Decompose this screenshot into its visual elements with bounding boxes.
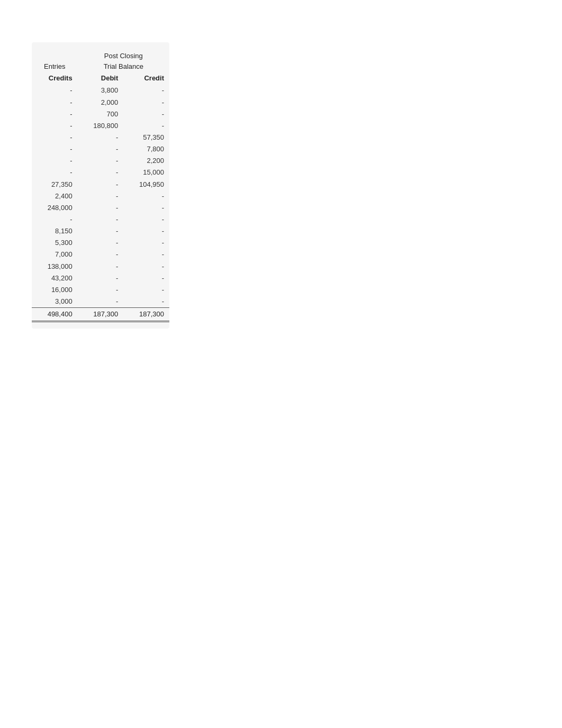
cell-credits: 27,350 — [32, 179, 78, 190]
cell-credits: 5,300 — [32, 237, 78, 249]
header-debit: Debit — [78, 72, 124, 85]
header-credits: Credits — [32, 72, 78, 85]
cell-credit: - — [123, 97, 169, 108]
cell-debit: - — [78, 143, 124, 155]
header-row-trial-balance: Entries Trial Balance — [32, 61, 169, 72]
cell-credit: 57,350 — [123, 132, 169, 143]
table-row: 43,200-- — [32, 272, 169, 284]
cell-credits: 248,000 — [32, 202, 78, 214]
table-row: 8,150-- — [32, 225, 169, 237]
cell-credit: - — [123, 108, 169, 120]
total-row: 498,400 187,300 187,300 — [32, 308, 169, 322]
cell-debit: - — [78, 167, 124, 178]
cell-credit: - — [123, 272, 169, 284]
cell-credit: - — [123, 190, 169, 202]
table-row: 2,400-- — [32, 190, 169, 202]
table-row: -700- — [32, 108, 169, 120]
cell-credits: - — [32, 108, 78, 120]
table-row: 7,000-- — [32, 249, 169, 260]
cell-debit: - — [78, 249, 124, 260]
cell-debit: 2,000 — [78, 97, 124, 108]
cell-credits: - — [32, 85, 78, 96]
cell-credit: - — [123, 85, 169, 96]
cell-credits: 7,000 — [32, 249, 78, 260]
header-row-columns: Credits Debit Credit — [32, 72, 169, 85]
table-row: -180,800- — [32, 120, 169, 132]
cell-debit: - — [78, 284, 124, 296]
cell-credits: 138,000 — [32, 261, 78, 272]
cell-credit: 7,800 — [123, 143, 169, 155]
header-credit: Credit — [123, 72, 169, 85]
cell-debit: 700 — [78, 108, 124, 120]
table-row: 248,000-- — [32, 202, 169, 214]
cell-credits: - — [32, 97, 78, 108]
cell-credits: - — [32, 120, 78, 132]
table-row: 5,300-- — [32, 237, 169, 249]
header-trial-balance: Trial Balance — [78, 61, 169, 72]
cell-credit: - — [123, 296, 169, 308]
cell-credit: - — [123, 237, 169, 249]
table-row: --2,200 — [32, 155, 169, 167]
trial-balance-table: Post Closing Entries Trial Balance Credi… — [32, 49, 169, 322]
cell-debit: - — [78, 272, 124, 284]
cell-credits: - — [32, 155, 78, 167]
cell-credits: 3,000 — [32, 296, 78, 308]
cell-debit: - — [78, 296, 124, 308]
table-row: -2,000- — [32, 97, 169, 108]
cell-credit: - — [123, 249, 169, 260]
cell-debit: - — [78, 155, 124, 167]
table-row: -3,800- — [32, 85, 169, 96]
cell-debit: 3,800 — [78, 85, 124, 96]
header-post-closing: Post Closing — [78, 49, 169, 61]
cell-credit: 2,200 — [123, 155, 169, 167]
table-row: 3,000-- — [32, 296, 169, 308]
table-wrapper: Post Closing Entries Trial Balance Credi… — [32, 42, 169, 329]
cell-credit: - — [123, 284, 169, 296]
cell-credit: - — [123, 120, 169, 132]
header-entries-label: Entries — [32, 61, 78, 72]
cell-credits: 16,000 — [32, 284, 78, 296]
cell-debit: - — [78, 132, 124, 143]
cell-debit: - — [78, 214, 124, 225]
header-empty-col — [32, 49, 78, 61]
cell-credit: 104,950 — [123, 179, 169, 190]
cell-credit: - — [123, 214, 169, 225]
cell-credit: - — [123, 225, 169, 237]
cell-credit: 15,000 — [123, 167, 169, 178]
cell-debit: - — [78, 237, 124, 249]
cell-credit: - — [123, 202, 169, 214]
table-row: --15,000 — [32, 167, 169, 178]
page-container: Post Closing Entries Trial Balance Credi… — [0, 0, 562, 372]
cell-credits: - — [32, 167, 78, 178]
total-debit: 187,300 — [78, 308, 124, 322]
table-row: 138,000-- — [32, 261, 169, 272]
header-row-post-closing: Post Closing — [32, 49, 169, 61]
total-credit: 187,300 — [123, 308, 169, 322]
cell-debit: 180,800 — [78, 120, 124, 132]
cell-debit: - — [78, 202, 124, 214]
cell-credits: 8,150 — [32, 225, 78, 237]
cell-credits: 43,200 — [32, 272, 78, 284]
cell-credits: - — [32, 143, 78, 155]
table-row: --7,800 — [32, 143, 169, 155]
table-row: --57,350 — [32, 132, 169, 143]
table-row: --- — [32, 214, 169, 225]
cell-debit: - — [78, 261, 124, 272]
cell-debit: - — [78, 190, 124, 202]
table-row: 27,350-104,950 — [32, 179, 169, 190]
cell-credits: - — [32, 214, 78, 225]
cell-debit: - — [78, 225, 124, 237]
cell-credits: 2,400 — [32, 190, 78, 202]
cell-credits: - — [32, 132, 78, 143]
cell-debit: - — [78, 179, 124, 190]
total-credits: 498,400 — [32, 308, 78, 322]
table-row: 16,000-- — [32, 284, 169, 296]
cell-credit: - — [123, 261, 169, 272]
